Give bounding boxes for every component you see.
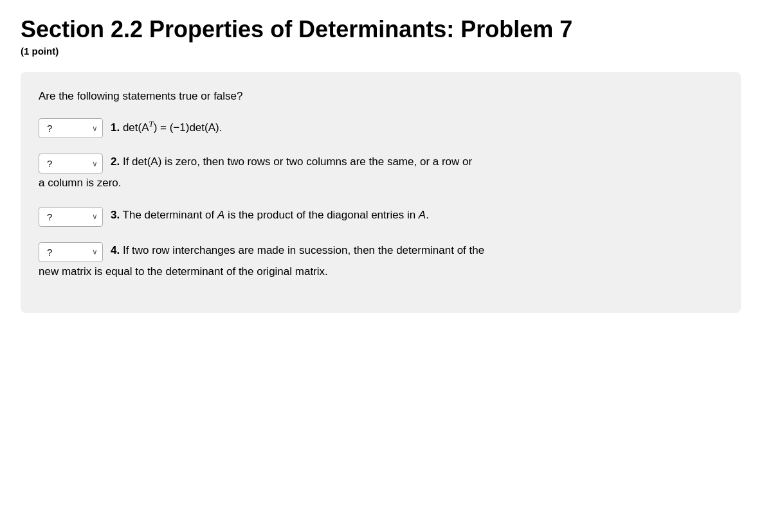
dropdown-3[interactable]: ? True False bbox=[39, 207, 103, 227]
point-label: (1 point) bbox=[21, 46, 743, 57]
prompt-text: Are the following statements true or fal… bbox=[39, 90, 723, 103]
statement-row-2: ? True False 2. If det(A) is zero, then … bbox=[39, 154, 723, 191]
statement-text-1: 1. det(AT) = (−1)det(A). bbox=[111, 118, 723, 136]
statement-row-4: ? True False 4. If two row interchanges … bbox=[39, 242, 723, 280]
dropdown-wrapper-4: ? True False bbox=[39, 242, 103, 262]
statement-label-2: 2. bbox=[111, 155, 120, 168]
dropdown-4[interactable]: ? True False bbox=[39, 242, 103, 262]
statement-text-3: 3. The determinant of A is the product o… bbox=[111, 207, 723, 224]
dropdown-2[interactable]: ? True False bbox=[39, 154, 103, 173]
statement-row-3: ? True False 3. The determinant of A is … bbox=[39, 207, 723, 227]
statement-text-4: 4. If two row interchanges are made in s… bbox=[111, 242, 723, 259]
dropdown-1[interactable]: ? True False bbox=[39, 118, 103, 138]
dropdown-wrapper-1: ? True False bbox=[39, 118, 103, 138]
statement-label-3: 3. bbox=[111, 209, 120, 221]
dropdown-container-2: ? True False bbox=[39, 154, 103, 173]
continuation-text-2: a column is zero. bbox=[39, 175, 723, 191]
statement-label-1: 1. bbox=[111, 121, 120, 134]
problem-box: Are the following statements true or fal… bbox=[21, 72, 741, 313]
dropdown-wrapper-3: ? True False bbox=[39, 207, 103, 227]
dropdown-container-1: ? True False bbox=[39, 118, 103, 138]
continuation-text-4: new matrix is equal to the determinant o… bbox=[39, 263, 723, 280]
statement-text-2: 2. If det(A) is zero, then two rows or t… bbox=[111, 154, 723, 170]
statement-label-4: 4. bbox=[111, 244, 120, 256]
dropdown-wrapper-2: ? True False bbox=[39, 154, 103, 173]
statement-row-1: ? True False 1. det(AT) = (−1)det(A). bbox=[39, 118, 723, 138]
dropdown-container-3: ? True False bbox=[39, 207, 103, 227]
dropdown-container-4: ? True False bbox=[39, 242, 103, 262]
page-title: Section 2.2 Properties of Determinants: … bbox=[21, 15, 743, 43]
